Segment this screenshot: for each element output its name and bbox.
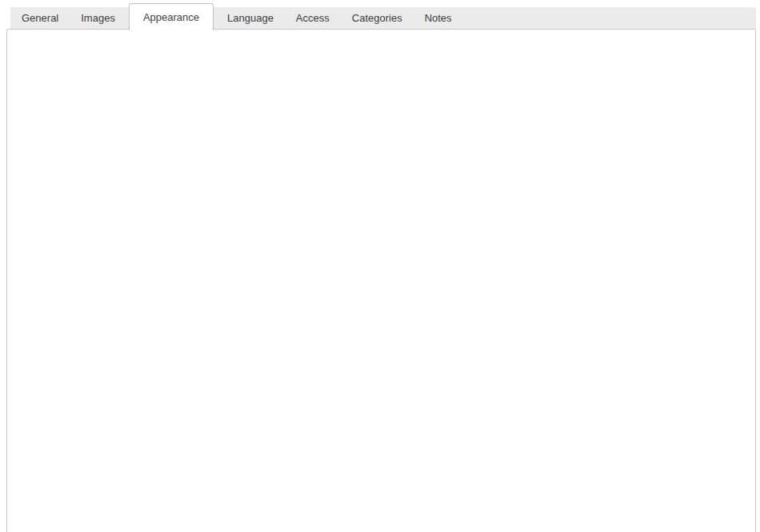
settings-panel [6,29,756,532]
appearance-settings-page: General Images Appearance Language Acces… [0,0,760,532]
tab-appearance[interactable]: Appearance [129,3,214,30]
tab-notes[interactable]: Notes [414,7,463,29]
tab-categories[interactable]: Categories [341,7,414,29]
tab-general[interactable]: General [10,7,70,29]
tab-bar-filler [463,7,756,29]
tab-language[interactable]: Language [216,7,285,29]
tab-bar: General Images Appearance Language Acces… [10,7,756,29]
tab-images[interactable]: Images [70,7,126,29]
tab-access[interactable]: Access [285,7,341,29]
